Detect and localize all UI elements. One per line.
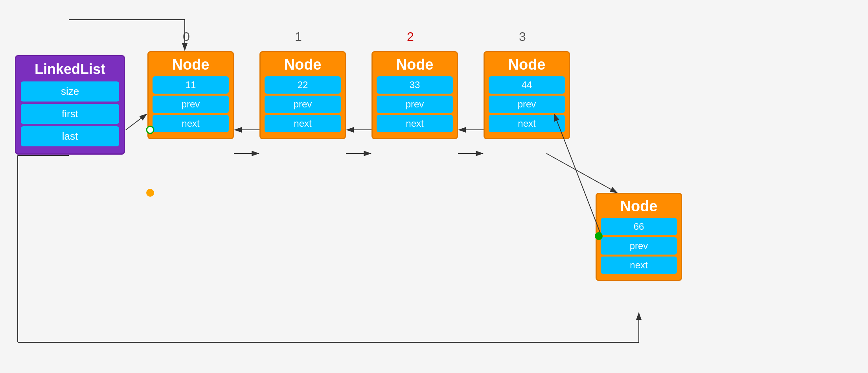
index-1: 1 <box>295 30 302 44</box>
node-1: Node 22 prev next <box>259 51 346 139</box>
node-0-prev: prev <box>153 96 229 113</box>
new-node: Node 66 prev next <box>596 193 682 281</box>
node-2-prev: prev <box>377 96 453 113</box>
node-3-title: Node <box>489 56 565 73</box>
node-0-value: 11 <box>153 76 229 94</box>
svg-line-4 <box>126 114 147 130</box>
index-0: 0 <box>183 30 190 44</box>
node-1-value: 22 <box>265 76 341 94</box>
node-3-next: next <box>489 115 565 132</box>
node-0-title: Node <box>153 56 229 73</box>
new-node-title: Node <box>601 198 677 215</box>
ll-field-last: last <box>21 126 119 146</box>
node-1-title: Node <box>265 56 341 73</box>
ll-field-first: first <box>21 104 119 124</box>
linked-list-box: LinkedList size first last <box>15 55 125 155</box>
node-2-next: next <box>377 115 453 132</box>
new-node-prev: prev <box>601 237 677 255</box>
node-3-prev: prev <box>489 96 565 113</box>
diagram-container: LinkedList size first last 0 1 2 3 Node … <box>0 0 868 373</box>
node-1-next: next <box>265 115 341 132</box>
linked-list-title: LinkedList <box>21 61 119 78</box>
index-2: 2 <box>407 30 414 44</box>
node-1-prev: prev <box>265 96 341 113</box>
node-2: Node 33 prev next <box>371 51 458 139</box>
index-3: 3 <box>519 30 526 44</box>
svg-line-16 <box>546 153 617 193</box>
node-2-title: Node <box>377 56 453 73</box>
svg-point-19 <box>147 189 154 196</box>
node-3-value: 44 <box>489 76 565 94</box>
ll-field-size: size <box>21 81 119 102</box>
new-node-next: next <box>601 257 677 274</box>
node-0-next: next <box>153 115 229 132</box>
node-0: Node 11 prev next <box>147 51 234 139</box>
new-node-value: 66 <box>601 218 677 235</box>
node-2-value: 33 <box>377 76 453 94</box>
node-3: Node 44 prev next <box>484 51 570 139</box>
